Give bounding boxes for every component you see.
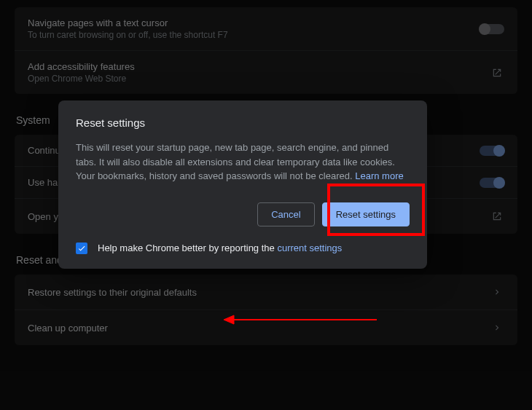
cancel-button[interactable]: Cancel [257, 202, 314, 226]
reset-settings-dialog: Reset settings This will reset your star… [58, 100, 427, 269]
dialog-body: This will reset your startup page, new t… [76, 141, 410, 184]
learn-more-link[interactable]: Learn more [355, 170, 403, 181]
current-settings-link[interactable]: current settings [277, 243, 342, 253]
dialog-title: Reset settings [76, 117, 410, 129]
report-label: Help make Chrome better by reporting the… [98, 243, 342, 253]
dialog-actions: Cancel Reset settings [76, 202, 410, 226]
reset-settings-button[interactable]: Reset settings [322, 202, 410, 226]
report-settings-row[interactable]: Help make Chrome better by reporting the… [76, 243, 410, 254]
report-checkbox[interactable] [76, 243, 87, 254]
